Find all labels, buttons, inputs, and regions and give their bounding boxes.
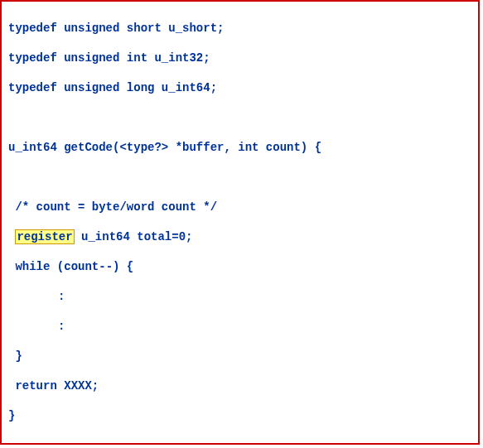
typedef-uint64-rest: u_int64;: [154, 81, 217, 94]
while-rest: (count--) {: [50, 260, 133, 273]
blank-line-1: [8, 109, 471, 126]
getcode-sig-int: int: [231, 141, 259, 154]
typedef-uint32-kw: typedef unsigned int: [8, 51, 147, 65]
register-line: register u_int64 total=0;: [8, 229, 471, 245]
comment-count: /* count = byte/word count */: [8, 199, 471, 215]
register-rest: u_int64 total=0;: [75, 230, 193, 243]
blank-line-2: [8, 169, 471, 185]
code-screenshot: typedef unsigned short u_short; typedef …: [0, 0, 480, 445]
colon-2: :: [8, 318, 471, 335]
blank-line-3: [8, 437, 471, 445]
return-rest: XXXX;: [57, 379, 99, 393]
code-line-3: typedef unsigned long u_int64;: [8, 79, 471, 96]
typedef-uint64-kw: typedef unsigned long: [8, 81, 154, 94]
code-line-2: typedef unsigned int u_int32;: [8, 50, 471, 66]
return-line: return XXXX;: [8, 378, 471, 394]
typedef-ushort-rest: u_short;: [162, 22, 225, 35]
brace-close-inner: }: [8, 348, 471, 364]
brace-close-fn: }: [8, 407, 471, 424]
return-kw: return: [15, 379, 56, 393]
typedef-uint32-rest: u_int32;: [147, 51, 210, 65]
while-line: while (count--) {: [8, 258, 471, 275]
typedef-ushort-kw: typedef unsigned short: [8, 22, 162, 35]
code-line-1: typedef unsigned short u_short;: [8, 20, 471, 36]
colon-1: :: [8, 288, 471, 305]
getcode-sig-c: count) {: [258, 141, 321, 154]
getcode-sig: u_int64 getCode(<type?> *buffer, int cou…: [8, 139, 471, 156]
while-kw: while: [15, 260, 50, 273]
register-highlight: register: [15, 229, 74, 244]
getcode-sig-a: u_int64 getCode(<type?> *buffer,: [8, 141, 231, 154]
